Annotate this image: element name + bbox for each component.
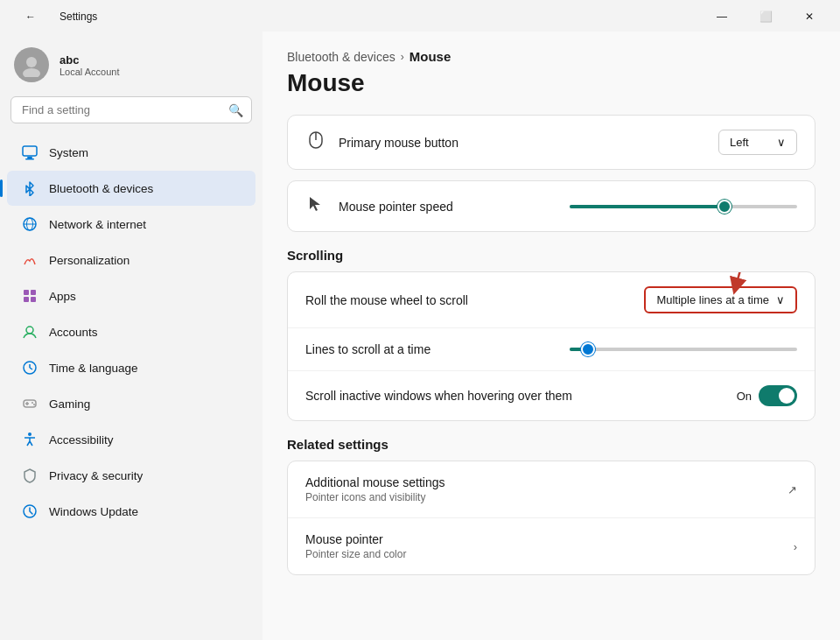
sidebar: abc Local Account 🔍 SystemBluetooth & de… xyxy=(0,32,262,640)
breadcrumb-section: Bluetooth & devices xyxy=(287,50,396,64)
related-title-1: Mouse pointer xyxy=(305,532,406,546)
scroll-wheel-dropdown[interactable]: Multiple lines at a time ∨ xyxy=(644,286,797,313)
gaming-label: Gaming xyxy=(49,397,90,411)
search-bar[interactable]: 🔍 xyxy=(10,96,252,123)
account-type: Local Account xyxy=(60,67,120,77)
back-button[interactable]: ← xyxy=(10,4,51,29)
apps-icon xyxy=(21,287,38,305)
lines-to-scroll-thumb[interactable] xyxy=(581,342,595,356)
titlebar-left: ← Settings xyxy=(10,4,97,29)
primary-mouse-chevron: ∨ xyxy=(777,136,786,149)
svg-rect-4 xyxy=(25,158,34,160)
bluetooth-icon xyxy=(21,179,38,197)
accessibility-icon xyxy=(21,431,38,448)
privacy-icon xyxy=(21,467,38,484)
inactive-scroll-row: Scroll inactive windows when hovering ov… xyxy=(288,371,815,420)
scroll-wheel-dropdown-wrap: Multiple lines at a time ∨ xyxy=(644,286,797,313)
lines-to-scroll-left: Lines to scroll at a time xyxy=(305,342,430,356)
scroll-wheel-row: Roll the mouse wheel to scroll xyxy=(288,272,815,328)
lines-to-scroll-label: Lines to scroll at a time xyxy=(305,342,430,356)
sidebar-item-apps[interactable]: Apps xyxy=(7,278,256,313)
scrolling-card: Roll the mouse wheel to scroll xyxy=(287,271,816,421)
app-body: abc Local Account 🔍 SystemBluetooth & de… xyxy=(0,32,840,640)
sidebar-item-windowsupdate[interactable]: Windows Update xyxy=(7,494,256,529)
nav-list: SystemBluetooth & devicesNetwork & inter… xyxy=(0,134,262,530)
gaming-icon xyxy=(21,395,38,412)
lines-to-scroll-row: Lines to scroll at a time xyxy=(288,328,815,371)
breadcrumb: Bluetooth & devices › Mouse xyxy=(287,49,816,64)
network-label: Network & internet xyxy=(49,218,146,231)
time-icon xyxy=(21,359,38,376)
titlebar-title: Settings xyxy=(60,11,97,23)
pointer-speed-thumb[interactable] xyxy=(718,200,732,214)
toggle-knob xyxy=(779,388,794,404)
related-text-0: Additional mouse settings Pointer icons … xyxy=(305,475,445,503)
inactive-scroll-left: Scroll inactive windows when hovering ov… xyxy=(305,389,572,403)
username: abc xyxy=(60,53,120,67)
primary-mouse-left: Primary mouse button xyxy=(305,130,458,154)
related-row-1[interactable]: Mouse pointer Pointer size and color › xyxy=(288,518,815,574)
sidebar-item-accessibility[interactable]: Accessibility xyxy=(7,422,256,457)
pointer-speed-track xyxy=(570,205,797,208)
primary-mouse-dropdown[interactable]: Left ∨ xyxy=(718,130,797,155)
sidebar-item-privacy[interactable]: Privacy & security xyxy=(7,458,256,493)
apps-label: Apps xyxy=(49,290,76,303)
privacy-label: Privacy & security xyxy=(49,469,143,482)
pointer-speed-fill xyxy=(570,205,724,208)
system-label: System xyxy=(49,146,88,159)
titlebar-controls: — ⬜ ✕ xyxy=(702,4,830,29)
sidebar-item-bluetooth[interactable]: Bluetooth & devices xyxy=(7,171,256,206)
personalization-icon xyxy=(21,251,38,269)
scroll-wheel-left: Roll the mouse wheel to scroll xyxy=(305,293,468,307)
maximize-button[interactable]: ⬜ xyxy=(746,4,786,29)
accessibility-label: Accessibility xyxy=(49,433,114,447)
breadcrumb-current: Mouse xyxy=(410,49,452,64)
svg-rect-10 xyxy=(24,297,29,302)
related-settings-card: Additional mouse settings Pointer icons … xyxy=(287,461,816,575)
pointer-icon xyxy=(305,195,326,217)
svg-point-20 xyxy=(33,404,35,405)
avatar xyxy=(14,47,49,82)
scroll-wheel-chevron: ∨ xyxy=(776,293,785,306)
sidebar-item-system[interactable]: System xyxy=(7,135,256,170)
sidebar-item-network[interactable]: Network & internet xyxy=(7,207,256,242)
svg-line-26 xyxy=(736,271,749,286)
pointer-speed-row: Mouse pointer speed xyxy=(288,181,815,231)
sidebar-item-personalization[interactable]: Personalization xyxy=(7,243,256,278)
breadcrumb-chevron: › xyxy=(401,51,404,63)
bluetooth-label: Bluetooth & devices xyxy=(49,182,153,195)
accounts-label: Accounts xyxy=(49,326,98,339)
minimize-button[interactable]: — xyxy=(702,4,742,29)
svg-point-12 xyxy=(26,327,33,334)
svg-marker-25 xyxy=(310,197,320,211)
related-title-0: Additional mouse settings xyxy=(305,475,445,489)
lines-to-scroll-slider[interactable] xyxy=(570,348,797,351)
search-icon: 🔍 xyxy=(228,103,243,117)
scrolling-section-header: Scrolling xyxy=(287,248,816,263)
primary-mouse-value: Left xyxy=(730,136,749,149)
primary-mouse-label: Primary mouse button xyxy=(339,136,458,150)
close-button[interactable]: ✕ xyxy=(789,4,830,29)
system-icon xyxy=(21,144,38,161)
pointer-speed-slider[interactable] xyxy=(570,205,797,208)
sidebar-item-time[interactable]: Time & language xyxy=(7,350,256,385)
related-text-1: Mouse pointer Pointer size and color xyxy=(305,532,406,560)
sidebar-item-accounts[interactable]: Accounts xyxy=(7,314,256,349)
related-arrow-1: › xyxy=(794,540,797,553)
primary-mouse-card: Primary mouse button Left ∨ xyxy=(287,115,816,170)
search-input[interactable] xyxy=(10,96,252,123)
inactive-scroll-toggle[interactable] xyxy=(759,385,797,406)
related-settings-header: Related settings xyxy=(287,437,816,452)
user-profile[interactable]: abc Local Account xyxy=(0,39,262,96)
inactive-scroll-value: On xyxy=(737,390,752,403)
related-subtitle-0: Pointer icons and visibility xyxy=(305,491,445,503)
personalization-label: Personalization xyxy=(49,254,130,267)
scroll-wheel-label: Roll the mouse wheel to scroll xyxy=(305,293,468,307)
svg-rect-3 xyxy=(27,157,32,158)
related-arrow-0: ↗ xyxy=(788,483,797,496)
svg-point-0 xyxy=(26,57,37,67)
svg-point-1 xyxy=(23,68,40,77)
sidebar-item-gaming[interactable]: Gaming xyxy=(7,386,256,421)
related-row-0[interactable]: Additional mouse settings Pointer icons … xyxy=(288,461,815,518)
pointer-speed-left: Mouse pointer speed xyxy=(305,195,453,217)
